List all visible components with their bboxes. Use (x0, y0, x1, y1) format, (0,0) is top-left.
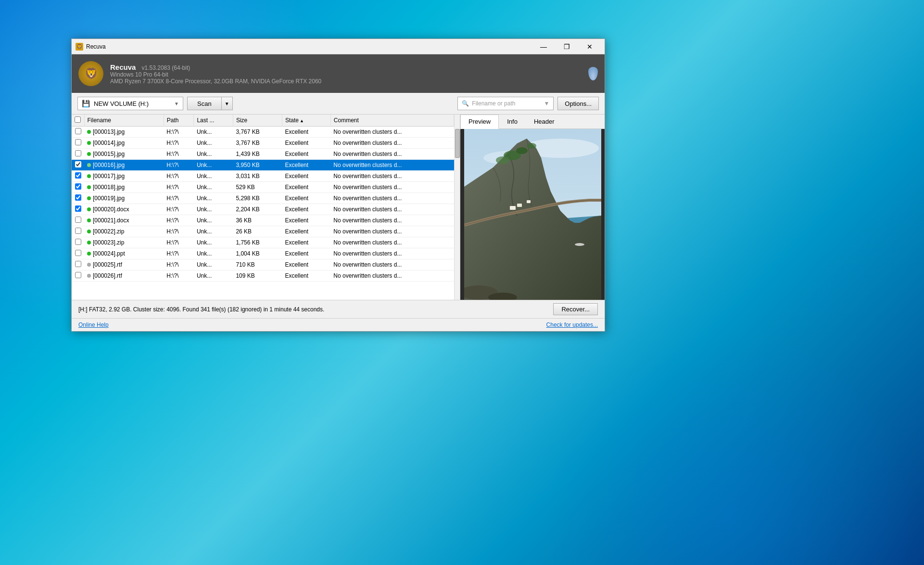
row-checkbox[interactable] (75, 272, 81, 278)
header-size[interactable]: Size (233, 115, 282, 127)
drive-dropdown-arrow: ▼ (174, 101, 179, 106)
main-window: 🦁 Recuva — ❐ ✕ 🦁 Recuva v1.53.2083 (64-b… (71, 39, 605, 332)
row-checkbox[interactable] (75, 150, 81, 156)
header-check[interactable] (72, 115, 84, 127)
tab-info[interactable]: Info (499, 115, 526, 128)
row-comment: No overwritten clusters d... (330, 193, 454, 204)
search-placeholder: Filename or path (472, 100, 515, 107)
header-bar: 🦁 Recuva v1.53.2083 (64-bit) Windows 10 … (72, 54, 605, 93)
scan-dropdown-arrow[interactable]: ▼ (222, 97, 232, 110)
os-label: Windows 10 Pro 64-bit (110, 71, 582, 78)
table-row[interactable]: [000019].jpgH:\?\Unk...5,298 KBExcellent… (72, 193, 454, 204)
row-comment: No overwritten clusters d... (330, 138, 454, 149)
status-dot (87, 196, 91, 200)
row-filename: [000013].jpg (84, 127, 164, 138)
row-size: 1,439 KB (233, 149, 282, 160)
row-size: 1,756 KB (233, 237, 282, 248)
recover-button[interactable]: Recover... (553, 303, 598, 315)
row-filename: [000021].docx (84, 215, 164, 226)
row-path: H:\?\ (164, 270, 194, 282)
row-comment: No overwritten clusters d... (330, 259, 454, 270)
tab-header[interactable]: Header (526, 115, 563, 128)
table-row[interactable]: [000015].jpgH:\?\Unk...1,439 KBExcellent… (72, 149, 454, 160)
table-row[interactable]: [000024].pptH:\?\Unk...1,004 KBExcellent… (72, 248, 454, 259)
row-checkbox[interactable] (75, 239, 81, 245)
svg-point-6 (496, 156, 509, 164)
row-checkbox[interactable] (75, 217, 81, 223)
drive-dropdown[interactable]: 💾 NEW VOLUME (H:) ▼ (77, 97, 183, 110)
header-last[interactable]: Last ... (194, 115, 233, 127)
table-row[interactable]: [000018].jpgH:\?\Unk...529 KBExcellentNo… (72, 182, 454, 193)
row-filename: [000017].jpg (84, 171, 164, 182)
row-check-cell (72, 171, 84, 182)
row-comment: No overwritten clusters d... (330, 149, 454, 160)
row-state: Excellent (282, 171, 330, 182)
scrollbar-thumb[interactable] (455, 129, 460, 158)
scrollbar-track[interactable] (454, 115, 460, 300)
row-filename: [000026].rtf (84, 270, 164, 282)
row-checkbox[interactable] (75, 194, 81, 201)
row-filename: [000022].zip (84, 226, 164, 237)
update-link[interactable]: Check for updates... (546, 321, 598, 328)
search-box[interactable]: 🔍 Filename or path ▼ (457, 97, 554, 110)
row-checkbox[interactable] (75, 250, 81, 256)
minimize-button[interactable]: — (532, 40, 555, 53)
header-path[interactable]: Path (164, 115, 194, 127)
table-row[interactable]: [000020].docxH:\?\Unk...2,204 KBExcellen… (72, 204, 454, 215)
status-dot (87, 152, 91, 156)
row-check-cell (72, 182, 84, 193)
header-filename[interactable]: Filename (84, 115, 164, 127)
row-filename: [000018].jpg (84, 182, 164, 193)
row-checkbox[interactable] (75, 139, 81, 145)
select-all-checkbox[interactable] (75, 116, 81, 123)
table-row[interactable]: [000016].jpgH:\?\Unk...3,950 KBExcellent… (72, 160, 454, 171)
table-row[interactable]: [000014].jpgH:\?\Unk...3,767 KBExcellent… (72, 138, 454, 149)
table-row[interactable]: [000026].rtfH:\?\Unk...109 KBExcellentNo… (72, 270, 454, 282)
row-state: Excellent (282, 182, 330, 193)
row-filename: [000016].jpg (84, 160, 164, 171)
status-text: [H:] FAT32, 2.92 GB. Cluster size: 4096.… (78, 306, 324, 313)
svg-rect-9 (510, 206, 516, 210)
row-check-cell (72, 160, 84, 171)
table-row[interactable]: [000021].docxH:\?\Unk...36 KBExcellentNo… (72, 215, 454, 226)
scan-button[interactable]: Scan (188, 97, 222, 110)
header-state[interactable]: State▲ (282, 115, 330, 127)
search-icon: 🔍 (462, 100, 469, 107)
status-dot (87, 185, 91, 189)
row-state: Excellent (282, 215, 330, 226)
row-check-cell (72, 127, 84, 138)
row-checkbox[interactable] (75, 172, 81, 179)
row-checkbox[interactable] (75, 128, 81, 134)
row-path: H:\?\ (164, 193, 194, 204)
tab-preview[interactable]: Preview (460, 115, 499, 129)
row-last: Unk... (194, 270, 233, 282)
row-check-cell (72, 193, 84, 204)
status-dot (87, 218, 91, 222)
table-row[interactable]: [000025].rtfH:\?\Unk...710 KBExcellentNo… (72, 259, 454, 270)
row-size: 710 KB (233, 259, 282, 270)
table-row[interactable]: [000022].zipH:\?\Unk...26 KBExcellentNo … (72, 226, 454, 237)
table-row[interactable]: [000023].zipH:\?\Unk...1,756 KBExcellent… (72, 237, 454, 248)
status-dot (87, 174, 91, 178)
row-path: H:\?\ (164, 182, 194, 193)
header-comment[interactable]: Comment (330, 115, 454, 127)
row-comment: No overwritten clusters d... (330, 237, 454, 248)
main-area: Filename Path Last ... Size State▲ Comme… (72, 115, 605, 300)
row-filename: [000025].rtf (84, 259, 164, 270)
maximize-button[interactable]: ❐ (556, 40, 578, 53)
row-checkbox[interactable] (75, 161, 81, 167)
row-state: Excellent (282, 127, 330, 138)
row-path: H:\?\ (164, 215, 194, 226)
table-row[interactable]: [000013].jpgH:\?\Unk...3,767 KBExcellent… (72, 127, 454, 138)
row-checkbox[interactable] (75, 261, 81, 267)
row-comment: No overwritten clusters d... (330, 226, 454, 237)
row-checkbox[interactable] (75, 228, 81, 234)
table-row[interactable]: [000017].jpgH:\?\Unk...3,031 KBExcellent… (72, 171, 454, 182)
options-button[interactable]: Options... (557, 97, 599, 110)
row-filename: [000014].jpg (84, 138, 164, 149)
help-link[interactable]: Online Help (78, 321, 109, 328)
row-checkbox[interactable] (75, 205, 81, 212)
preview-tabs: Preview Info Header (460, 115, 605, 129)
row-checkbox[interactable] (75, 183, 81, 190)
close-button[interactable]: ✕ (579, 40, 601, 53)
